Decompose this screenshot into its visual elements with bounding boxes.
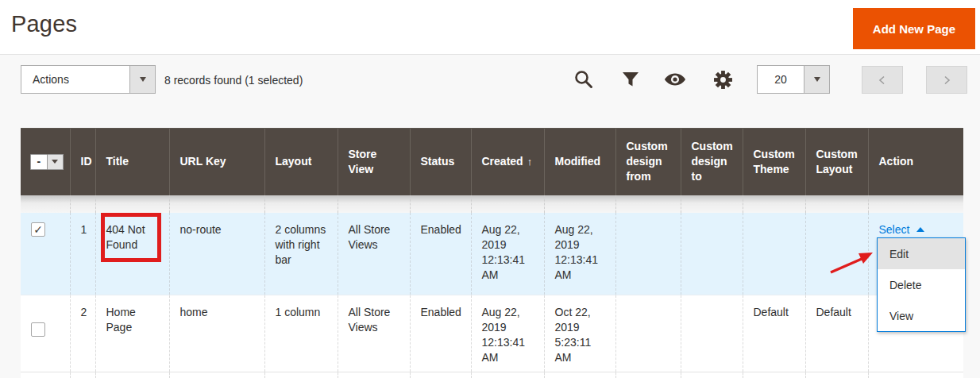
clipped-row-fragment: AM <box>482 196 496 200</box>
column-header-custom-design-to[interactable]: Custom design to <box>681 129 743 195</box>
cell-id: 2 <box>70 295 95 372</box>
pages-grid-screen: Pages Add New Page Actions 8 records fou… <box>0 0 980 378</box>
column-header-action[interactable]: Action <box>868 129 963 195</box>
column-header-title[interactable]: Title <box>95 129 169 195</box>
cell-layout: 1 column <box>264 295 338 372</box>
cell-custom-theme: Default <box>743 295 805 372</box>
column-header-modified[interactable]: Modified <box>544 129 615 195</box>
row-action-menu: Edit Delete View <box>877 237 966 332</box>
cell-url-key: home <box>169 295 264 372</box>
cell-status: Enabled <box>410 213 471 295</box>
cell-status: Enabled <box>410 295 471 372</box>
add-new-page-button[interactable]: Add New Page <box>853 8 975 49</box>
page-size-value: 20 <box>757 65 804 94</box>
actions-dropdown-value: Actions <box>21 65 129 94</box>
menu-item-view[interactable]: View <box>878 300 965 331</box>
cell-created: Aug 22, 2019 12:13:41 AM <box>471 295 544 372</box>
row-checkbox-checked[interactable] <box>31 222 45 237</box>
menu-item-edit[interactable]: Edit <box>878 238 965 269</box>
chevron-up-icon <box>916 227 924 232</box>
page-size-button[interactable] <box>804 65 830 94</box>
actions-dropdown-button[interactable] <box>129 65 156 94</box>
cell-custom-design-to <box>681 213 743 295</box>
column-header-status[interactable]: Status <box>410 129 471 195</box>
eye-icon[interactable] <box>664 68 686 91</box>
select-all-dropdown-button[interactable] <box>48 154 64 170</box>
column-header-custom-layout[interactable]: Custom Layout <box>805 129 868 195</box>
annotation-arrow <box>824 246 880 281</box>
cell-store-view: All Store Views <box>338 213 410 295</box>
cell-custom-design-to <box>681 295 743 372</box>
filter-icon[interactable] <box>619 68 642 91</box>
cell-modified: Oct 22, 2019 5:23:11 AM <box>544 295 615 372</box>
actions-dropdown[interactable]: Actions <box>21 65 156 94</box>
cell-layout: 2 columns with right bar <box>264 213 338 295</box>
chevron-down-icon <box>814 77 820 82</box>
cell-store-view: All Store Views <box>338 295 410 372</box>
select-all-control[interactable]: - <box>30 154 64 170</box>
cell-custom-design-from <box>615 213 681 295</box>
column-select-all: - <box>21 129 70 195</box>
chevron-left-icon <box>877 75 888 86</box>
cell-custom-theme <box>743 213 805 295</box>
column-header-id[interactable]: ID <box>70 129 95 195</box>
search-icon[interactable] <box>573 68 595 91</box>
row-checkbox-unchecked[interactable] <box>31 322 45 337</box>
column-header-custom-theme[interactable]: Custom Theme <box>743 129 805 195</box>
pages-table: - ID Title URL Key Layout Store View Sta… <box>21 128 963 378</box>
table-row: 1 404 Not Found no-route 2 columns with … <box>21 213 963 295</box>
column-header-store-view[interactable]: Store View <box>338 129 410 195</box>
annotation-highlight-box <box>101 213 161 262</box>
column-header-layout[interactable]: Layout <box>264 129 338 195</box>
row-action-select-link[interactable]: Select <box>869 222 925 237</box>
chevron-down-icon <box>52 160 58 164</box>
cell-id: 1 <box>70 213 95 295</box>
previous-page-button[interactable] <box>862 66 903 94</box>
column-header-url-key[interactable]: URL Key <box>169 129 264 195</box>
table-header-row: - ID Title URL Key Layout Store View Sta… <box>21 129 963 195</box>
table-row: 2 Home Page home 1 column All Store View… <box>21 295 963 372</box>
cell-checkbox <box>21 295 70 372</box>
sort-ascending-icon: ↑ <box>527 156 533 168</box>
table-row-partial <box>21 372 963 378</box>
column-header-custom-design-from[interactable]: Custom design from <box>615 129 681 195</box>
page-title: Pages <box>11 11 77 37</box>
select-all-checkbox[interactable]: - <box>30 154 48 170</box>
cell-custom-design-from <box>615 295 681 372</box>
cell-modified: Aug 22, 2019 12:13:41 AM <box>544 213 615 295</box>
cell-url-key: no-route <box>169 213 264 295</box>
cell-title: Home Page <box>95 295 169 372</box>
next-page-button[interactable] <box>926 66 967 94</box>
chevron-right-icon <box>941 75 952 86</box>
cell-checkbox <box>21 213 70 295</box>
clipped-row-fragment: AM <box>555 196 569 200</box>
column-header-created[interactable]: Created↑ <box>471 129 544 195</box>
records-summary: 8 records found (1 selected) <box>164 74 303 87</box>
cell-custom-layout: Default <box>805 295 868 372</box>
menu-item-delete[interactable]: Delete <box>878 269 965 300</box>
page-size-select[interactable]: 20 <box>757 65 830 94</box>
gear-icon[interactable] <box>712 68 734 91</box>
cell-created: Aug 22, 2019 12:13:41 AM <box>471 213 544 295</box>
chevron-down-icon <box>140 77 146 82</box>
